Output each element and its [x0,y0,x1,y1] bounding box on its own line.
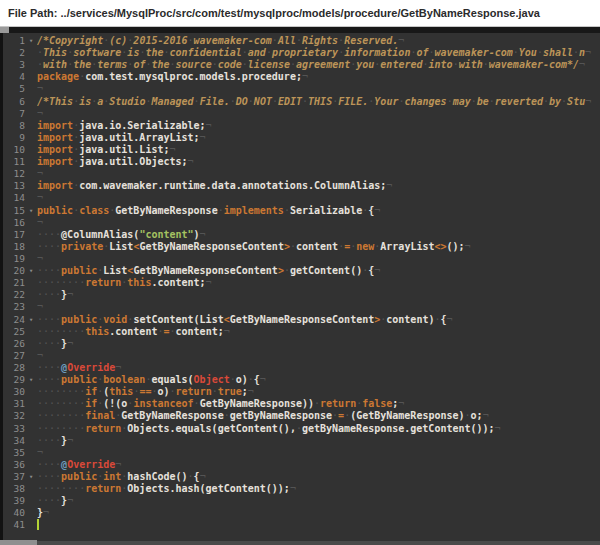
gutter-cell: 18 [3,241,37,253]
code-line[interactable]: 14¬ [3,192,600,204]
code-line[interactable]: 27¬ [3,350,600,362]
gutter-cell: 24▾ [3,314,37,326]
code-line[interactable]: 34····}¬ [3,435,600,447]
fold-arrow-icon [25,59,37,71]
code-line[interactable]: 23¬ [3,301,600,313]
code-line[interactable]: 36····@Override¬ [3,459,600,471]
code-line[interactable]: 38········return·Objects.hash(getContent… [3,483,600,495]
gutter-cell: 17 [3,229,37,241]
line-number: 22 [3,289,25,301]
gutter-cell: 20▾ [3,265,37,277]
line-number: 8 [3,120,25,132]
line-number: 23 [3,301,25,313]
line-number: 19 [3,253,25,265]
code-line[interactable]: 40}¬ [3,507,600,519]
code-line[interactable]: 32········final·GetByNameResponse·getByN… [3,410,600,422]
fold-arrow-icon[interactable]: ▾ [25,374,37,386]
fold-arrow-icon [25,47,37,59]
code-line[interactable]: 22····}¬ [3,289,600,301]
code-line-text: ········this.content·=·content;¬ [37,326,600,338]
line-number: 31 [3,398,25,410]
gutter-cell: 4 [3,71,37,83]
code-line[interactable]: 29▾····public·boolean·equals(Object·o)·{… [3,374,600,386]
code-line[interactable]: 16¬ [3,217,600,229]
gutter-cell: 9 [3,132,37,144]
code-line[interactable]: 6/*This·is·a·Studio·Managed·File.·DO·NOT… [3,96,600,108]
code-line[interactable]: 19¬ [3,253,600,265]
code-line[interactable]: 18····private·List<GetByNameResponseCont… [3,241,600,253]
code-line[interactable]: 25········this.content·=·content;¬ [3,326,600,338]
line-number: 12 [3,168,25,180]
fold-arrow-icon [25,180,37,192]
code-line-text: public·class·GetByNameResponse·implement… [37,205,600,217]
code-line[interactable]: 9import·java.util.ArrayList;¬ [3,132,600,144]
code-editor[interactable]: 1▾/*Copyright·(c)·2015-2016·wavemaker-co… [0,33,600,545]
code-line[interactable]: 26····}¬ [3,338,600,350]
code-line[interactable]: 21········return·this.content;¬ [3,277,600,289]
line-number: 7 [3,108,25,120]
code-line-text: ····@ColumnAlias("content")¬ [37,229,600,241]
gutter-cell: 29▾ [3,374,37,386]
gutter-cell: 38 [3,483,37,495]
line-number: 21 [3,277,25,289]
fold-arrow-icon[interactable]: ▾ [25,265,37,277]
code-line[interactable]: 37▾····public·int·hashCode()·{¬ [3,471,600,483]
code-line[interactable]: 17····@ColumnAlias("content")¬ [3,229,600,241]
code-line-text: ¬ [37,168,600,180]
code-line-text: ····}¬ [37,338,600,350]
code-line[interactable]: 10import·java.util.List;¬ [3,144,600,156]
gutter-cell: 3 [3,59,37,71]
fold-arrow-icon [25,156,37,168]
gutter-cell: 27 [3,350,37,362]
fold-arrow-icon [25,241,37,253]
fold-arrow-icon[interactable]: ▾ [25,205,37,217]
code-lines: 1▾/*Copyright·(c)·2015-2016·wavemaker-co… [3,35,600,531]
horizontal-scrollbar[interactable] [37,541,600,545]
code-line-text: ¬ [37,108,600,120]
fold-arrow-icon[interactable]: ▾ [25,314,37,326]
code-line-text: ····public·void·setContent(List<GetByNam… [37,314,600,326]
code-line-text [37,519,600,531]
code-line[interactable]: 2·This·software·is·the·confidential·and·… [3,47,600,59]
code-line[interactable]: 1▾/*Copyright·(c)·2015-2016·wavemaker-co… [3,35,600,47]
gutter-cell: 10 [3,144,37,156]
fold-arrow-icon [25,168,37,180]
code-line[interactable]: 8import·java.io.Serializable;¬ [3,120,600,132]
fold-arrow-icon[interactable]: ▾ [25,471,37,483]
code-line[interactable]: 31········if·(!(o·instanceof·GetByNameRe… [3,398,600,410]
code-line[interactable]: 5¬ [3,83,600,95]
code-line[interactable]: 4package·com.test.mysqlproc.models.proce… [3,71,600,83]
code-line-text: }¬ [37,507,600,519]
code-line[interactable]: 12¬ [3,168,600,180]
code-line-text: ····@Override¬ [37,362,600,374]
code-line[interactable]: 39····}¬ [3,495,600,507]
code-line[interactable]: 3·with·the·terms·of·the·source·code·lice… [3,59,600,71]
code-line[interactable]: 35¬ [3,447,600,459]
gutter-cell: 40 [3,507,37,519]
fold-arrow-icon [25,120,37,132]
code-line[interactable]: 28····@Override¬ [3,362,600,374]
gutter-cell: 13 [3,180,37,192]
code-line[interactable]: 13import·com.wavemaker.runtime.data.anno… [3,180,600,192]
gutter-cell: 1▾ [3,35,37,47]
code-line[interactable]: 11import·java.util.Objects;¬ [3,156,600,168]
fold-arrow-icon [25,253,37,265]
line-number: 35 [3,447,25,459]
code-line[interactable]: 24▾····public·void·setContent(List<GetBy… [3,314,600,326]
line-number: 38 [3,483,25,495]
fold-arrow-icon[interactable]: ▾ [25,35,37,47]
gutter-cell: 22 [3,289,37,301]
code-line-text: ¬ [37,217,600,229]
code-line[interactable]: 41 [3,519,600,531]
code-line[interactable]: 7¬ [3,108,600,120]
code-line[interactable]: 15▾public·class·GetByNameResponse·implem… [3,205,600,217]
code-line-text: ····private·List<GetByNameResponseConten… [37,241,600,253]
line-number: 6 [3,96,25,108]
code-line-text: ········return·Objects.equals(getContent… [37,423,600,435]
line-number: 28 [3,362,25,374]
line-number: 3 [3,59,25,71]
code-line[interactable]: 33········return·Objects.equals(getConte… [3,423,600,435]
code-line[interactable]: 20▾····public·List<GetByNameResponseCont… [3,265,600,277]
code-line[interactable]: 30········if·(this·==·o)·return·true;¬ [3,386,600,398]
gutter-cell: 36 [3,459,37,471]
